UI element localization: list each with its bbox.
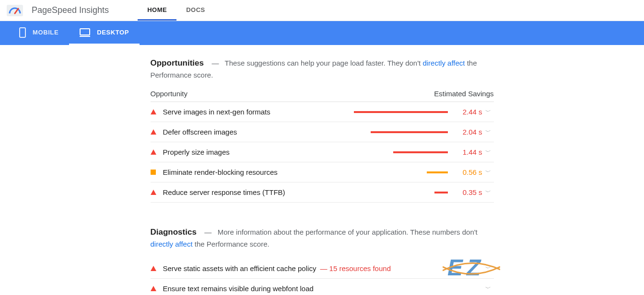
diagnostic-row[interactable]: Ensure text remains visible during webfo… — [151, 279, 494, 295]
opportunities-desc-before: These suggestions can help your page loa… — [225, 59, 423, 67]
chevron-down-icon[interactable]: ﹀ — [482, 264, 494, 272]
diagnostics-title: Diagnostics — [151, 227, 197, 237]
savings-value: 0.35 s — [453, 188, 482, 196]
savings-value: 1.44 s — [453, 148, 482, 156]
opportunity-label: Serve images in next-gen formats — [161, 108, 270, 116]
severity-icon — [151, 109, 161, 114]
savings-bar — [354, 131, 448, 133]
chevron-down-icon[interactable]: ﹀ — [482, 108, 494, 116]
severity-icon — [151, 266, 161, 271]
opportunity-label: Properly size images — [161, 148, 230, 156]
severity-icon — [151, 170, 161, 175]
opportunity-row[interactable]: Eliminate render-blocking resources0.56 … — [151, 162, 494, 182]
diagnostic-label: Serve static assets with an efficient ca… — [161, 264, 391, 272]
savings-bar — [354, 192, 448, 193]
diagnostics-desc-after: the Performance score. — [193, 240, 269, 248]
savings-value: 0.56 s — [453, 168, 482, 176]
savings-bar — [354, 111, 448, 113]
opportunities-desc-link[interactable]: directly affect — [422, 59, 465, 67]
opportunities-list-header: Opportunity Estimated Savings — [151, 90, 494, 102]
opportunities-list: Serve images in next-gen formats2.44 s﹀D… — [151, 102, 494, 203]
product-title: PageSpeed Insights — [32, 5, 109, 15]
opportunity-row[interactable]: Defer offscreen images2.04 s﹀ — [151, 122, 494, 142]
opportunity-label: Eliminate render-blocking resources — [161, 168, 278, 176]
diagnostic-label: Ensure text remains visible during webfo… — [161, 284, 314, 293]
diagnostics-header: Diagnostics — More information about the… — [151, 226, 494, 250]
tab-mobile[interactable]: MOBILE — [9, 21, 69, 45]
opportunity-label: Reduce server response times (TTFB) — [161, 188, 285, 196]
chevron-down-icon[interactable]: ﹀ — [482, 188, 494, 196]
tab-desktop[interactable]: DESKTOP — [69, 21, 140, 45]
svg-rect-0 — [20, 28, 25, 37]
top-bar: PageSpeed Insights HOME DOCS — [0, 0, 644, 21]
severity-icon — [151, 190, 161, 195]
diagnostics-desc-link[interactable]: directly affect — [151, 240, 193, 248]
main-content: Opportunities — These suggestions can he… — [151, 45, 494, 295]
savings-value: 2.44 s — [453, 108, 482, 116]
severity-icon — [151, 149, 161, 155]
col-opportunity: Opportunity — [151, 90, 188, 98]
severity-icon — [151, 286, 161, 291]
tab-desktop-label: DESKTOP — [97, 29, 129, 36]
nav-docs[interactable]: DOCS — [176, 0, 215, 21]
opportunities-header: Opportunities — These suggestions can he… — [151, 57, 494, 81]
chevron-down-icon[interactable]: ﹀ — [482, 148, 494, 156]
opportunity-label: Defer offscreen images — [161, 128, 237, 136]
chevron-down-icon[interactable]: ﹀ — [482, 284, 494, 293]
nav-home[interactable]: HOME — [138, 0, 176, 21]
diagnostics-desc-before: More information about the performance o… — [218, 228, 478, 236]
svg-rect-1 — [80, 29, 90, 35]
opportunity-row[interactable]: Serve images in next-gen formats2.44 s﹀ — [151, 102, 494, 122]
savings-bar — [354, 171, 448, 173]
savings-value: 2.04 s — [453, 128, 482, 136]
col-savings: Estimated Savings — [434, 90, 493, 98]
opportunity-row[interactable]: Properly size images1.44 s﹀ — [151, 142, 494, 162]
diagnostics-list: Serve static assets with an efficient ca… — [151, 259, 494, 295]
savings-bar — [354, 151, 448, 153]
product-logo — [7, 5, 23, 16]
top-nav: HOME DOCS — [138, 0, 215, 21]
chevron-down-icon[interactable]: ﹀ — [482, 128, 494, 136]
mobile-icon — [19, 27, 26, 38]
severity-icon — [151, 129, 161, 135]
device-tabs: MOBILE DESKTOP — [0, 21, 644, 45]
opportunities-title: Opportunities — [151, 58, 204, 68]
tab-mobile-label: MOBILE — [33, 29, 59, 36]
diagnostic-row[interactable]: Serve static assets with an efficient ca… — [151, 259, 494, 279]
desktop-icon — [80, 28, 90, 37]
opportunity-row[interactable]: Reduce server response times (TTFB)0.35 … — [151, 182, 494, 203]
chevron-down-icon[interactable]: ﹀ — [482, 168, 494, 176]
